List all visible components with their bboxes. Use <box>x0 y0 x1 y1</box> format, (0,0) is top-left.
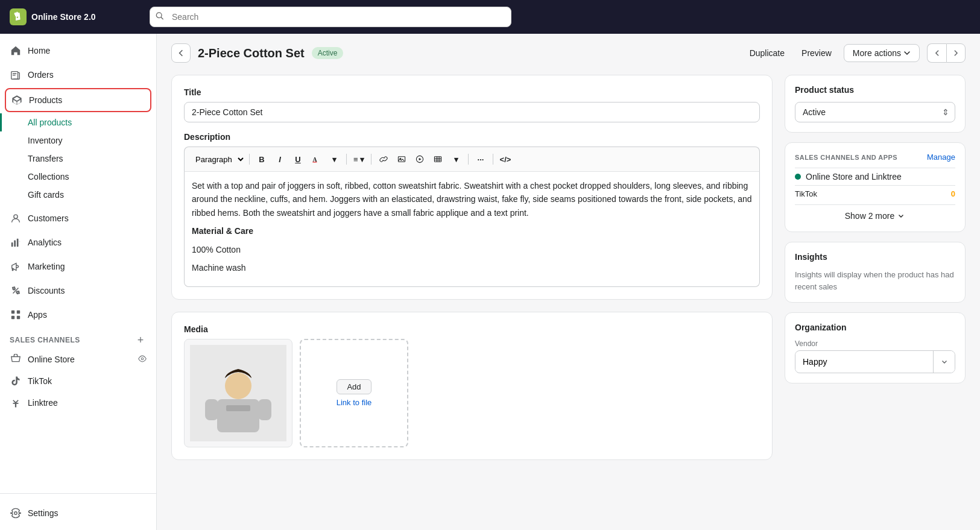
media-item-1[interactable] <box>184 339 292 447</box>
sidebar-item-products[interactable]: Products <box>5 88 151 112</box>
more-button[interactable]: ··· <box>472 151 489 168</box>
sidebar-customers-label: Customers <box>28 213 69 223</box>
title-input[interactable] <box>184 102 760 122</box>
underline-button[interactable]: U <box>289 151 306 168</box>
channel-row-online-store: Online Store and Linktree <box>795 168 955 185</box>
svg-rect-6 <box>17 239 19 247</box>
sidebar-item-collections[interactable]: Collections <box>0 168 156 186</box>
divider-3 <box>371 154 371 165</box>
svg-rect-32 <box>226 405 250 411</box>
gift-cards-label: Gift cards <box>28 190 64 200</box>
svg-point-3 <box>14 215 17 218</box>
sidebar-item-home[interactable]: Home <box>0 39 156 63</box>
paragraph-select[interactable]: Paragraph Heading 1 Heading 2 <box>189 153 245 166</box>
sidebar-item-settings[interactable]: Settings <box>0 501 156 525</box>
sidebar-channel-linktree[interactable]: Linktree <box>0 392 156 414</box>
vendor-label: Vendor <box>795 339 955 348</box>
prev-button[interactable] <box>927 43 946 63</box>
divider-2 <box>346 154 347 165</box>
search-input[interactable] <box>150 7 511 27</box>
manage-link[interactable]: Manage <box>927 153 955 162</box>
color-picker-button[interactable]: ▾ <box>326 151 343 168</box>
sidebar-channel-tiktok[interactable]: TikTok <box>0 370 156 392</box>
image-button[interactable] <box>393 151 410 168</box>
duplicate-button[interactable]: Duplicate <box>745 45 789 62</box>
app-name: Online Store 2.0 <box>31 12 96 22</box>
sidebar-marketing-label: Marketing <box>28 262 65 271</box>
svg-rect-13 <box>17 311 20 314</box>
online-store-label: Online Store <box>28 355 132 364</box>
organization-title: Organization <box>795 323 955 332</box>
sidebar-item-customers[interactable]: Customers <box>0 206 156 230</box>
link-button[interactable] <box>375 151 392 168</box>
sidebar-item-orders[interactable]: Orders <box>0 63 156 87</box>
add-sales-channel-button[interactable]: + <box>134 334 147 346</box>
more-actions-button[interactable]: More actions <box>844 44 920 62</box>
table-dropdown-button[interactable]: ▾ <box>447 151 464 168</box>
analytics-icon <box>10 236 22 248</box>
page-header-left: 2-Piece Cotton Set Active <box>171 43 343 63</box>
topbar: Online Store 2.0 <box>0 0 980 34</box>
app-logo: Online Store 2.0 <box>10 8 142 25</box>
table-button[interactable] <box>429 151 446 168</box>
vendor-input[interactable] <box>795 352 933 371</box>
sidebar-item-marketing[interactable]: Marketing <box>0 254 156 279</box>
left-column: Title Description Paragraph Heading 1 He… <box>171 75 773 472</box>
search-container <box>150 7 511 27</box>
svg-rect-5 <box>14 240 16 247</box>
align-button[interactable]: ≡ ▾ <box>350 151 367 168</box>
inventory-label: Inventory <box>28 136 63 145</box>
sidebar-item-apps[interactable]: Apps <box>0 303 156 327</box>
svg-rect-24 <box>434 157 441 162</box>
sidebar-channel-online-store[interactable]: Online Store <box>0 349 156 370</box>
sales-channels-section: SALES CHANNELS + <box>0 327 156 349</box>
customers-icon <box>10 212 22 224</box>
channel-row-tiktok: TikTok 0 <box>795 185 955 202</box>
svg-point-16 <box>141 358 144 360</box>
insights-card: Insights Insights will display when the … <box>785 242 966 303</box>
insights-title: Insights <box>795 252 955 262</box>
online-store-icon <box>10 353 22 365</box>
sidebar-item-analytics[interactable]: Analytics <box>0 230 156 254</box>
svg-rect-34 <box>258 399 271 420</box>
sidebar-item-transfers[interactable]: Transfers <box>0 150 156 168</box>
sidebar-bottom: Settings <box>0 493 156 530</box>
text-color-button[interactable]: A <box>308 151 324 168</box>
next-button[interactable] <box>946 43 966 63</box>
description-label: Description <box>184 132 760 142</box>
sidebar-item-all-products[interactable]: All products <box>0 113 156 131</box>
show-more-label: Show 2 more <box>845 211 894 221</box>
back-button[interactable] <box>171 43 191 63</box>
channels-title: SALES CHANNELS AND APPS <box>795 154 897 161</box>
sidebar-item-discounts[interactable]: Discounts <box>0 279 156 303</box>
link-to-file[interactable]: Link to file <box>337 398 372 407</box>
description-paragraph: Set with a top and pair of joggers in so… <box>192 179 752 219</box>
product-status-title: Product status <box>795 85 955 95</box>
svg-rect-8 <box>12 268 14 271</box>
channels-header: SALES CHANNELS AND APPS Manage <box>795 153 955 162</box>
vendor-arrow-button[interactable] <box>933 351 955 373</box>
transfers-label: Transfers <box>28 154 63 163</box>
add-media-button[interactable]: Add <box>337 379 371 394</box>
status-select[interactable]: Active Draft <box>795 102 955 122</box>
main-content: 2-Piece Cotton Set Active Duplicate Prev… <box>157 34 980 530</box>
insights-text: Insights will display when the product h… <box>795 269 955 292</box>
preview-button[interactable]: Preview <box>797 45 836 62</box>
media-add-box[interactable]: Add Link to file <box>300 339 408 447</box>
sidebar-home-label: Home <box>28 46 50 55</box>
italic-button[interactable]: I <box>271 151 288 168</box>
eye-icon[interactable] <box>138 355 147 365</box>
layout: Home Orders Products All products <box>0 34 980 530</box>
bold-button[interactable]: B <box>253 151 270 168</box>
divider-5 <box>493 154 493 165</box>
sidebar-item-inventory[interactable]: Inventory <box>0 131 156 150</box>
collections-label: Collections <box>28 172 69 181</box>
tiktok-status: 0 <box>951 189 955 198</box>
media-label: Media <box>184 324 760 334</box>
code-button[interactable]: </> <box>497 151 514 168</box>
video-button[interactable] <box>411 151 428 168</box>
show-more-button[interactable]: Show 2 more <box>795 204 955 222</box>
svg-rect-33 <box>205 399 218 420</box>
description-editor[interactable]: Set with a top and pair of joggers in so… <box>184 172 760 287</box>
sidebar-item-gift-cards[interactable]: Gift cards <box>0 186 156 204</box>
